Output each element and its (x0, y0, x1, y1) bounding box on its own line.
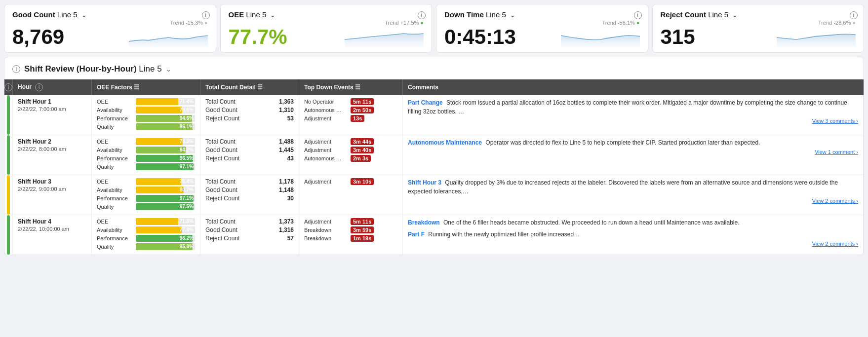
oee-factor-1-2: Performance 96.5% (97, 155, 195, 162)
kpi-title-good-count: Good Count Line 5 ⌄ (12, 10, 208, 19)
view-comments-link-1-0[interactable]: View 1 comment › (408, 148, 858, 156)
oee-bar-2-1 (136, 187, 184, 193)
down-event-label-2-0: Adjustment (304, 179, 349, 185)
oee-label-1-3: Quality (97, 164, 134, 170)
comment-type-1-0[interactable]: Autonomous Maintenance (408, 139, 482, 146)
comment-type-2-0[interactable]: Shift Hour 3 (408, 179, 441, 186)
table-row: Shift Hour 4 2/22/22, 10:00:00 am OEE 71… (4, 215, 864, 255)
oee-bar-wrap-3-2: 96.2% (136, 235, 195, 242)
oee-factor-1-1: Availability 84.2% (97, 147, 195, 153)
th-oee-factors: OEE Factors ☰ (92, 79, 200, 95)
row-oee-3: OEE 71.8% Availability 77.9% Performance… (92, 215, 200, 255)
comment-text-0-0: Stock room issued a partial allocation o… (408, 99, 847, 115)
kpi-info-icon-good-count[interactable]: i (202, 10, 210, 19)
oee-factor-3-3: Quality 95.8% (97, 243, 195, 250)
oee-bar-wrap-2-0: 76.4% (136, 178, 195, 185)
comment-block-2-0: Shift Hour 3 Quality dropped by 3% due t… (408, 178, 858, 205)
shift-review-section: i Shift Review (Hour-by-Hour) Line 5 ⌄ i… (4, 57, 864, 255)
count-label-0-0: Total Count (205, 98, 236, 105)
down-event-3-0: Adjustment 5m 11s (304, 218, 397, 225)
hour-date-1: 2/22/22, 8:00:00 am (18, 146, 86, 152)
row-down-events-1: Adjustment 3m 44s Adjustment 3m 40s Auto… (299, 135, 403, 175)
down-event-label-3-1: Breakdown (304, 227, 349, 233)
count-label-3-1: Good Count (205, 226, 237, 233)
comment-type-3-1[interactable]: Part F (408, 231, 425, 238)
hour-date-2: 2/22/22, 9:00:00 am (18, 186, 86, 192)
oee-label-3-1: Availability (97, 227, 134, 233)
kpi-title-reject-count: Reject Count Line 5 ⌄ (661, 10, 856, 19)
oee-bar-wrap-1-3: 97.1% (136, 163, 195, 170)
shift-info-icon[interactable]: i (12, 65, 20, 73)
down-event-1-0: Adjustment 3m 44s (304, 138, 397, 145)
row-comments-3: Breakdown One of the 6 filler heads beca… (403, 215, 864, 255)
oee-pct-1-1: 84.2% (180, 147, 194, 153)
count-val-1-2: 43 (287, 155, 294, 162)
oee-pct-2-0: 76.4% (180, 178, 194, 185)
oee-label-1-0: OEE (97, 139, 134, 145)
oee-pct-1-3: 97.1% (180, 163, 194, 170)
comment-block-3-1: Part F Running with the newly optimized … (408, 230, 858, 248)
kpi-value-oee: 77.7% (229, 27, 287, 47)
down-event-1-1: Adjustment 3m 40s (304, 147, 397, 153)
count-row-3-2: Reject Count 57 (205, 235, 294, 242)
th-count-detail: Total Count Detail ☰ (200, 79, 299, 95)
down-event-0-0: No Operator 5m 11s (304, 98, 397, 105)
th-hour: Hour i (13, 79, 92, 95)
oee-label-3-0: OEE (97, 219, 134, 225)
kpi-chevron-good-count[interactable]: ⌄ (81, 12, 86, 19)
shift-review-header: i Shift Review (Hour-by-Hour) Line 5 ⌄ (4, 57, 864, 79)
kpi-info-icon-down-time[interactable]: i (634, 10, 642, 19)
comment-type-3-0[interactable]: Breakdown (408, 219, 440, 226)
hour-label-2: Shift Hour 3 (18, 178, 86, 185)
kpi-info-icon-reject-count[interactable]: i (850, 10, 858, 19)
view-comments-link-3-1[interactable]: View 2 comments › (408, 240, 858, 248)
oee-label-0-2: Performance (97, 115, 134, 121)
table-row: Shift Hour 1 2/22/22, 7:00:00 am OEE 71.… (4, 95, 864, 135)
kpi-chevron-down-time[interactable]: ⌄ (510, 12, 515, 19)
kpi-chevron-reject-count[interactable]: ⌄ (732, 12, 737, 19)
row-counts-2: Total Count 1,178 Good Count 1,148 Rejec… (200, 175, 299, 215)
row-comments-1: Autonomous Maintenance Operator was dire… (403, 135, 864, 175)
oee-bar-wrap-1-2: 96.5% (136, 155, 195, 162)
down-event-3-1: Breakdown 3m 59s (304, 226, 397, 233)
oee-bar-wrap-3-1: 77.9% (136, 226, 195, 233)
shift-review-chevron[interactable]: ⌄ (166, 66, 171, 73)
row-oee-0: OEE 71.4% Availability 78.6% Performance… (92, 95, 200, 135)
view-comments-link-0-0[interactable]: View 3 comments › (408, 117, 858, 125)
kpi-value-down-time: 0:45:13 (444, 27, 516, 47)
oee-pct-0-2: 94.6% (180, 115, 194, 122)
count-val-0-1: 1,310 (279, 107, 294, 113)
kpi-card-down-time: Down Time Line 5 ⌄ i Trend -56.1% ● 0:45… (436, 4, 648, 53)
kpi-sparkline-oee (345, 28, 424, 47)
row-indicator-0 (4, 95, 13, 135)
kpi-value-row-down-time: 0:45:13 (444, 27, 640, 47)
oee-bar-wrap-1-1: 84.2% (136, 147, 195, 153)
view-comments-link-2-0[interactable]: View 2 comments › (408, 197, 858, 205)
down-badge-0-0: 5m 11s (351, 98, 374, 105)
oee-pct-3-2: 96.2% (180, 235, 194, 242)
down-event-0-1: Autonomous … 2m 50s (304, 107, 397, 113)
down-badge-2-0: 3m 10s (351, 178, 374, 185)
oee-bar-wrap-0-0: 71.4% (136, 98, 195, 105)
oee-bar-0-0 (136, 98, 178, 105)
count-label-2-0: Total Count (205, 178, 236, 185)
row-hour-0: Shift Hour 1 2/22/22, 7:00:00 am (13, 95, 92, 135)
count-row-0-2: Reject Count 53 (205, 115, 294, 122)
comment-text-3-0: One of the 6 filler heads became obstruc… (443, 219, 739, 226)
row-hour-1: Shift Hour 2 2/22/22, 8:00:00 am (13, 135, 92, 175)
table-row: Shift Hour 2 2/22/22, 8:00:00 am OEE 78.… (4, 135, 864, 175)
kpi-info-icon-oee[interactable]: i (418, 10, 426, 19)
kpi-chevron-oee[interactable]: ⌄ (270, 12, 275, 19)
comment-type-0-0[interactable]: Part Change (408, 99, 443, 106)
count-val-1-1: 1,445 (279, 147, 294, 153)
count-label-1-2: Reject Count (205, 155, 239, 162)
hour-label-3: Shift Hour 4 (18, 218, 86, 225)
down-event-label-3-0: Adjustment (304, 219, 349, 225)
row-down-events-0: No Operator 5m 11s Autonomous … 2m 50s A… (299, 95, 403, 135)
oee-bar-wrap-3-0: 71.8% (136, 218, 195, 225)
oee-pct-2-1: 80.7% (180, 187, 194, 193)
th-info: i (4, 79, 13, 95)
down-event-label-0-0: No Operator (304, 99, 349, 105)
count-row-1-0: Total Count 1,488 (205, 138, 294, 145)
oee-label-0-3: Quality (97, 124, 134, 130)
